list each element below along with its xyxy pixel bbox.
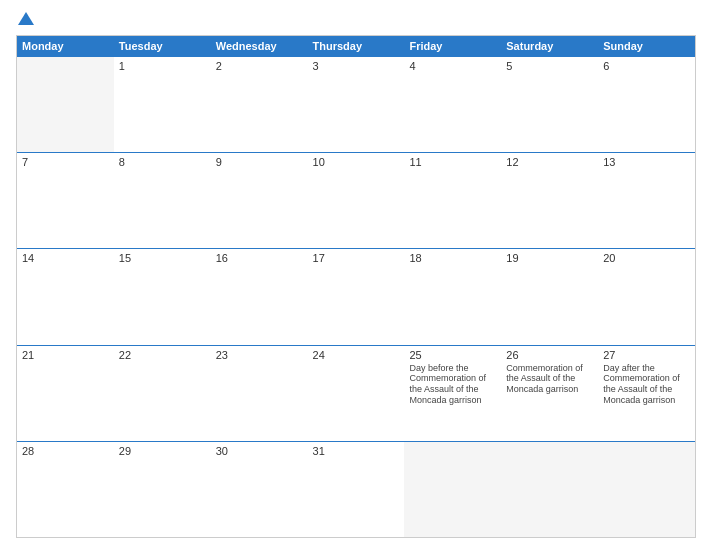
day-number: 1 <box>119 60 206 72</box>
day-number: 2 <box>216 60 303 72</box>
calendar-cell: 6 <box>598 57 695 152</box>
day-number: 12 <box>506 156 593 168</box>
calendar-cell: 22 <box>114 346 211 441</box>
day-number: 3 <box>313 60 400 72</box>
calendar-row-2: 78910111213 <box>17 152 695 248</box>
calendar-cell <box>501 442 598 537</box>
day-number: 23 <box>216 349 303 361</box>
day-number: 31 <box>313 445 400 457</box>
calendar-cell: 11 <box>404 153 501 248</box>
day-number: 14 <box>22 252 109 264</box>
logo-triangle-icon <box>18 12 34 25</box>
weekday-header-wednesday: Wednesday <box>211 36 308 56</box>
day-number: 8 <box>119 156 206 168</box>
day-number: 25 <box>409 349 496 361</box>
weekday-header-sunday: Sunday <box>598 36 695 56</box>
calendar-cell: 26Commemoration of the Assault of the Mo… <box>501 346 598 441</box>
calendar-cell: 10 <box>308 153 405 248</box>
day-number: 9 <box>216 156 303 168</box>
calendar-header: MondayTuesdayWednesdayThursdayFridaySatu… <box>17 36 695 56</box>
day-event: Day after the Commemoration of the Assau… <box>603 363 690 406</box>
calendar-cell <box>17 57 114 152</box>
calendar-cell: 3 <box>308 57 405 152</box>
calendar-cell: 17 <box>308 249 405 344</box>
day-number: 28 <box>22 445 109 457</box>
calendar-row-1: 123456 <box>17 56 695 152</box>
day-number: 17 <box>313 252 400 264</box>
calendar-cell: 13 <box>598 153 695 248</box>
calendar-cell: 31 <box>308 442 405 537</box>
day-number: 5 <box>506 60 593 72</box>
calendar-row-3: 14151617181920 <box>17 248 695 344</box>
calendar-cell: 8 <box>114 153 211 248</box>
weekday-header-monday: Monday <box>17 36 114 56</box>
calendar-cell: 9 <box>211 153 308 248</box>
day-number: 26 <box>506 349 593 361</box>
header <box>16 12 696 25</box>
calendar-cell: 18 <box>404 249 501 344</box>
day-number: 16 <box>216 252 303 264</box>
calendar-cell: 4 <box>404 57 501 152</box>
calendar-cell: 24 <box>308 346 405 441</box>
calendar-cell: 27Day after the Commemoration of the Ass… <box>598 346 695 441</box>
calendar-cell <box>598 442 695 537</box>
day-event: Day before the Commemoration of the Assa… <box>409 363 496 406</box>
day-number: 6 <box>603 60 690 72</box>
day-number: 27 <box>603 349 690 361</box>
calendar-cell: 7 <box>17 153 114 248</box>
calendar-row-5: 28293031 <box>17 441 695 537</box>
calendar-cell: 16 <box>211 249 308 344</box>
weekday-header-tuesday: Tuesday <box>114 36 211 56</box>
day-number: 29 <box>119 445 206 457</box>
calendar-cell: 20 <box>598 249 695 344</box>
calendar-cell: 25Day before the Commemoration of the As… <box>404 346 501 441</box>
day-number: 10 <box>313 156 400 168</box>
calendar-cell: 1 <box>114 57 211 152</box>
calendar-body: 1234567891011121314151617181920212223242… <box>17 56 695 537</box>
calendar-cell <box>404 442 501 537</box>
calendar-cell: 5 <box>501 57 598 152</box>
day-number: 13 <box>603 156 690 168</box>
calendar-cell: 12 <box>501 153 598 248</box>
day-number: 11 <box>409 156 496 168</box>
calendar-cell: 30 <box>211 442 308 537</box>
calendar-cell: 21 <box>17 346 114 441</box>
weekday-header-saturday: Saturday <box>501 36 598 56</box>
day-event: Commemoration of the Assault of the Monc… <box>506 363 593 395</box>
day-number: 21 <box>22 349 109 361</box>
calendar-row-4: 2122232425Day before the Commemoration o… <box>17 345 695 441</box>
weekday-header-thursday: Thursday <box>308 36 405 56</box>
day-number: 24 <box>313 349 400 361</box>
calendar-cell: 15 <box>114 249 211 344</box>
weekday-header-friday: Friday <box>404 36 501 56</box>
calendar-cell: 14 <box>17 249 114 344</box>
calendar-cell: 2 <box>211 57 308 152</box>
logo <box>16 12 34 25</box>
day-number: 20 <box>603 252 690 264</box>
day-number: 7 <box>22 156 109 168</box>
day-number: 4 <box>409 60 496 72</box>
day-number: 18 <box>409 252 496 264</box>
calendar: MondayTuesdayWednesdayThursdayFridaySatu… <box>16 35 696 538</box>
day-number: 30 <box>216 445 303 457</box>
day-number: 22 <box>119 349 206 361</box>
calendar-cell: 28 <box>17 442 114 537</box>
calendar-cell: 29 <box>114 442 211 537</box>
day-number: 19 <box>506 252 593 264</box>
day-number: 15 <box>119 252 206 264</box>
calendar-cell: 19 <box>501 249 598 344</box>
calendar-cell: 23 <box>211 346 308 441</box>
page: MondayTuesdayWednesdayThursdayFridaySatu… <box>0 0 712 550</box>
